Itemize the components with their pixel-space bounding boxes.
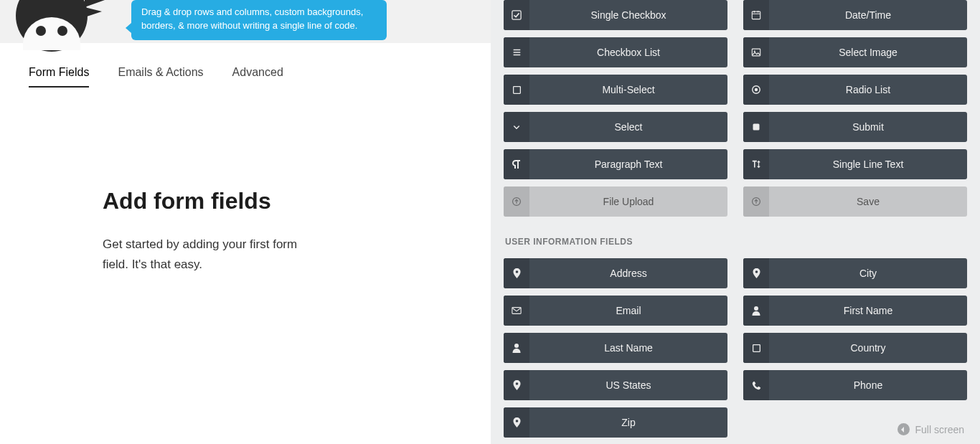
- field-single-line-text[interactable]: Single Line Text: [743, 149, 967, 179]
- paragraph-icon: [504, 149, 529, 179]
- field-label: Last Name: [529, 333, 727, 363]
- field-label: Select: [529, 112, 727, 142]
- field-label: Submit: [769, 112, 967, 142]
- svg-rect-1: [752, 11, 760, 19]
- user-field-email[interactable]: Email: [504, 296, 727, 326]
- user-icon: [743, 296, 769, 326]
- field-label: City: [769, 258, 967, 288]
- field-label: US States: [529, 370, 727, 400]
- field-label: Zip: [529, 407, 727, 438]
- field-label: Country: [769, 333, 967, 363]
- user-field-city[interactable]: City: [743, 258, 967, 288]
- svg-point-9: [754, 51, 755, 52]
- user-field-address[interactable]: Address: [504, 258, 727, 288]
- section-title-user-info: USER INFORMATION FIELDS: [505, 237, 967, 247]
- map-pin-icon: [504, 258, 529, 288]
- svg-point-12: [755, 88, 758, 91]
- chevron-down-icon: [504, 112, 529, 142]
- svg-point-17: [755, 270, 758, 273]
- check-square-icon: [504, 0, 529, 30]
- square-icon: [504, 75, 529, 105]
- record-icon: [743, 75, 769, 105]
- square-solid-icon: [743, 112, 769, 142]
- svg-rect-8: [752, 49, 760, 56]
- page-subtitle: Get started by adding your first form fi…: [103, 235, 308, 275]
- field-label: Multi-Select: [529, 75, 727, 105]
- field-label: Phone: [769, 370, 967, 400]
- phone-icon: [743, 370, 769, 400]
- field-radio-list[interactable]: Radio List: [743, 75, 967, 105]
- field-label: Select Image: [769, 37, 967, 67]
- fullscreen-toggle[interactable]: Full screen: [897, 423, 964, 435]
- text-height-icon: [743, 149, 769, 179]
- promo-tooltip: Drag & drop rows and columns, custom bac…: [131, 0, 387, 40]
- user-field-us-states[interactable]: US States: [504, 370, 727, 400]
- tab-form-fields[interactable]: Form Fields: [29, 66, 89, 88]
- user-field-first-name[interactable]: First Name: [743, 296, 967, 326]
- field-paragraph-text[interactable]: Paragraph Text: [504, 149, 727, 179]
- field-palette: Single CheckboxDate/TimeCheckbox ListSel…: [491, 0, 980, 444]
- tab-emails-actions[interactable]: Emails & Actions: [118, 66, 203, 88]
- field-label: First Name: [769, 296, 967, 326]
- image-icon: [743, 37, 769, 67]
- field-label: Single Checkbox: [529, 0, 727, 30]
- field-select[interactable]: Select: [504, 112, 727, 142]
- svg-rect-21: [753, 344, 760, 351]
- map-pin-icon: [504, 370, 529, 400]
- tab-advanced[interactable]: Advanced: [232, 66, 283, 88]
- field-label: Radio List: [769, 75, 967, 105]
- svg-point-22: [515, 382, 518, 385]
- svg-point-23: [515, 420, 518, 422]
- map-pin-icon: [504, 407, 529, 438]
- field-save: Save: [743, 186, 967, 217]
- calendar-icon: [743, 0, 769, 30]
- svg-point-19: [754, 306, 758, 311]
- svg-rect-10: [513, 86, 520, 93]
- list-icon: [504, 37, 529, 67]
- field-label: Save: [769, 186, 967, 217]
- field-label: File Upload: [529, 186, 727, 217]
- field-date-time[interactable]: Date/Time: [743, 0, 967, 30]
- page-title: Add form fields: [103, 188, 308, 214]
- upload-icon: [743, 186, 769, 217]
- field-label: Date/Time: [769, 0, 967, 30]
- square-icon: [743, 333, 769, 363]
- user-field-last-name[interactable]: Last Name: [504, 333, 727, 363]
- svg-rect-13: [753, 124, 760, 131]
- map-pin-icon: [743, 258, 769, 288]
- field-label: Paragraph Text: [529, 149, 727, 179]
- user-icon: [504, 333, 529, 363]
- app-logo: [16, 0, 95, 59]
- collapse-icon: [897, 423, 910, 435]
- user-field-phone[interactable]: Phone: [743, 370, 967, 400]
- field-checkbox-list[interactable]: Checkbox List: [504, 37, 727, 67]
- field-multi-select[interactable]: Multi-Select: [504, 75, 727, 105]
- user-field-country[interactable]: Country: [743, 333, 967, 363]
- svg-point-16: [515, 270, 518, 273]
- field-single-checkbox[interactable]: Single Checkbox: [504, 0, 727, 30]
- field-label: Address: [529, 258, 727, 288]
- envelope-icon: [504, 296, 529, 326]
- fullscreen-label: Full screen: [915, 424, 964, 435]
- field-file-upload: File Upload: [504, 186, 727, 217]
- field-select-image[interactable]: Select Image: [743, 37, 967, 67]
- field-label: Checkbox List: [529, 37, 727, 67]
- svg-point-20: [514, 344, 519, 348]
- field-label: Single Line Text: [769, 149, 967, 179]
- upload-icon: [504, 186, 529, 217]
- user-field-zip[interactable]: Zip: [504, 407, 727, 438]
- field-label: Email: [529, 296, 727, 326]
- field-submit[interactable]: Submit: [743, 112, 967, 142]
- svg-rect-0: [512, 11, 521, 19]
